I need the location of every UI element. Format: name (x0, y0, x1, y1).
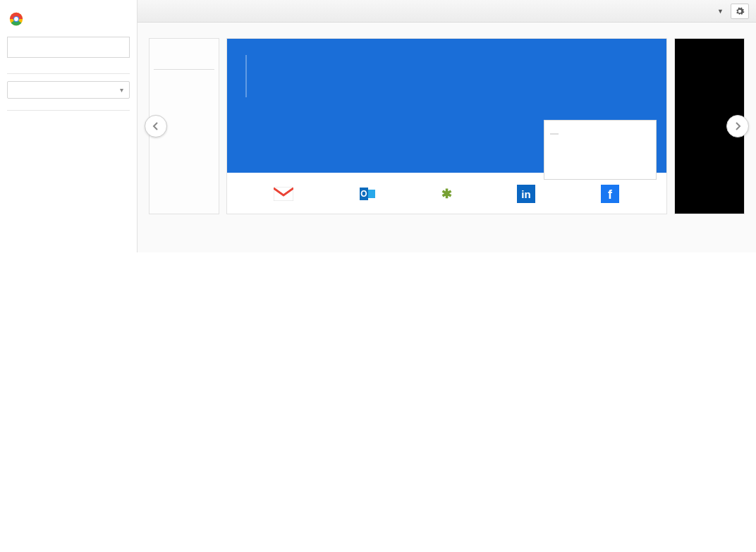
zendesk-icon: ✱ (441, 186, 452, 202)
gmail-icon (273, 183, 294, 204)
store-logo[interactable] (7, 7, 130, 37)
facebook-icon: f (599, 183, 621, 204)
banner-compose-hello (550, 133, 559, 135)
svg-text:O: O (361, 189, 367, 199)
settings-button[interactable] (731, 4, 749, 19)
chevron-left-icon (152, 122, 159, 130)
linkedin-icon: in (516, 183, 537, 204)
categories-dropdown[interactable]: ▾ (7, 81, 130, 99)
gear-icon (735, 6, 745, 16)
svg-rect-3 (274, 187, 293, 201)
svg-rect-6 (368, 190, 375, 198)
search-input[interactable] (7, 37, 130, 58)
chevron-down-icon: ▾ (120, 86, 123, 94)
carousel-prev-button[interactable] (145, 115, 167, 137)
chevron-down-icon: ▼ (717, 8, 724, 15)
carousel-next-button[interactable] (726, 115, 749, 137)
svg-text:in: in (521, 188, 530, 200)
chrome-store-icon (8, 11, 24, 27)
chevron-right-icon (734, 122, 741, 130)
svg-point-2 (14, 17, 18, 21)
account-menu[interactable]: ▼ (715, 8, 724, 15)
featured-card-main[interactable]: O ✱ in f (226, 38, 667, 214)
featured-carousel: O ✱ in f (149, 38, 745, 214)
outlook-icon: O (357, 183, 378, 204)
svg-text:f: f (608, 188, 613, 202)
banner-compose-preview (544, 120, 657, 180)
topbar: ▼ (138, 0, 756, 23)
